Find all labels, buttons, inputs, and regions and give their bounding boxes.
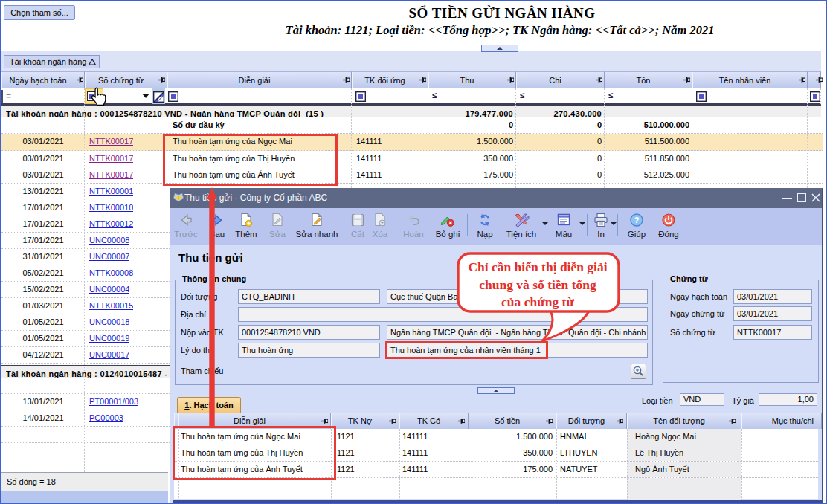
- svg-text:chung và số tiền tổng: chung và số tiền tổng: [479, 277, 596, 292]
- svg-text:của chứng từ: của chứng từ: [501, 294, 574, 309]
- svg-text:Chỉ cần hiển thị diễn giải: Chỉ cần hiển thị diễn giải: [468, 259, 607, 274]
- svg-text:?: ?: [634, 216, 640, 224]
